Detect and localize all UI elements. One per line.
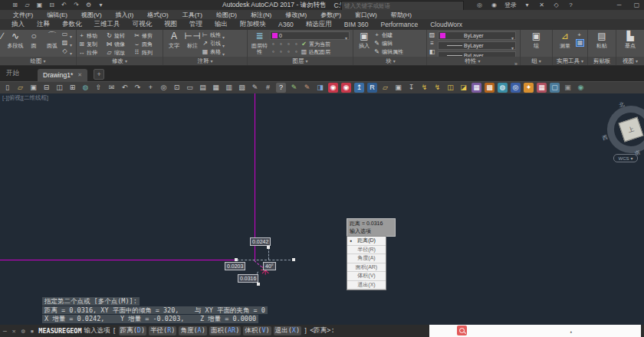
- option-menu-item[interactable]: 体积(V): [347, 272, 386, 281]
- option-menu-item[interactable]: 退出(X): [347, 281, 386, 290]
- revit-icon[interactable]: R: [367, 83, 377, 93]
- dynamic-input-delta-x[interactable]: 0.0242: [250, 237, 271, 246]
- quickcalc-icon[interactable]: #: [263, 83, 273, 93]
- panel-label-groups[interactable]: 组: [521, 57, 552, 65]
- open-cloud-icon[interactable]: ▱: [380, 83, 390, 93]
- command-bar[interactable]: ─✕⚙▪ MEASUREGEOM 输入选项 [ 距离(D)半径(R)角度(A)面…: [0, 325, 644, 337]
- block-small-button[interactable]: ✎ 编辑属性: [373, 48, 403, 56]
- fit-icon[interactable]: ▣: [563, 83, 573, 93]
- command-option[interactable]: 角度(A): [179, 326, 206, 335]
- record-action-icon[interactable]: ◉: [328, 83, 338, 93]
- menu-item[interactable]: 修改(M): [278, 11, 314, 19]
- a360-share-icon[interactable]: ◇: [552, 1, 560, 9]
- menu-item[interactable]: 编辑(E): [40, 11, 74, 19]
- modify-tool-button[interactable]: ✂ 修剪: [133, 31, 161, 40]
- ribbon-tab[interactable]: CloudWorx: [424, 21, 468, 28]
- edit-xref-icon[interactable]: ✎: [302, 83, 312, 93]
- layer-isolate-icon[interactable]: ◦: [278, 49, 284, 55]
- ribbon-tab[interactable]: 三维工具: [88, 20, 127, 29]
- clip-bolt-icon[interactable]: ↯: [419, 83, 429, 93]
- search-input[interactable]: [342, 2, 463, 9]
- menu-item[interactable]: 工具(T): [176, 11, 209, 19]
- dynamic-input-delta-y[interactable]: 0.0203: [225, 262, 245, 270]
- cmd-prompt-icon[interactable]: ▪: [30, 328, 34, 335]
- render-icon[interactable]: ◨: [315, 83, 325, 93]
- panel-label-view[interactable]: 视图: [616, 57, 644, 65]
- section-alt-icon[interactable]: ◪: [458, 83, 468, 93]
- group-button[interactable]: ▣ 组: [527, 31, 546, 57]
- plot-icon[interactable]: ⊞: [67, 83, 77, 93]
- qat-dropdown-icon[interactable]: ▾: [97, 1, 105, 9]
- designcenter-icon[interactable]: ▦: [211, 83, 221, 93]
- cloud-upload-icon[interactable]: ↥: [354, 83, 364, 93]
- panel-label-annotate[interactable]: 注释: [163, 57, 247, 65]
- menu-item[interactable]: 帮助(H): [384, 11, 419, 19]
- panel-label-layers[interactable]: 图层: [248, 57, 353, 65]
- draw-extra-button[interactable]: ◇: [61, 47, 72, 55]
- line-button[interactable]: ∕: [0, 31, 6, 57]
- modify-tool-button[interactable]: ↔ 拉伸: [78, 48, 106, 57]
- redo-icon[interactable]: ↷: [72, 1, 80, 9]
- wcs-button[interactable]: WCS: [613, 154, 638, 162]
- print-icon[interactable]: ⊟: [48, 1, 56, 9]
- ribbon-tab[interactable]: 附加模块: [234, 20, 272, 29]
- command-option[interactable]: 距离(D): [119, 326, 146, 335]
- layer-properties-button[interactable]: ≣ 图层特性: [249, 31, 270, 57]
- save-icon[interactable]: ▣: [28, 83, 38, 93]
- spark-icon[interactable]: ✦: [524, 83, 534, 93]
- panel-label-utilities[interactable]: 实用工具: [553, 57, 587, 65]
- section-icon[interactable]: ◫: [445, 83, 455, 93]
- display-settings-icon[interactable]: ▦: [472, 83, 481, 93]
- draw-tool-button[interactable]: ○ 圆: [25, 31, 43, 57]
- basepoint-button[interactable]: ▙ 基点: [621, 31, 639, 57]
- magnifier-icon[interactable]: [457, 326, 467, 335]
- workspace-icon[interactable]: ⚙: [84, 1, 93, 9]
- save-cloud-icon[interactable]: ▣: [393, 83, 403, 93]
- zoom-window-icon[interactable]: ⊡: [172, 83, 182, 93]
- swatch-icon[interactable]: ▦: [537, 83, 547, 93]
- draw-tool-button[interactable]: ⌒ 圆弧: [43, 31, 61, 57]
- ribbon-tab[interactable]: 可视化: [127, 20, 159, 29]
- tool-palettes-icon[interactable]: ▥: [224, 83, 234, 93]
- ribbon-tab[interactable]: A360: [272, 21, 300, 28]
- set-current-layer-button[interactable]: ✔ 置为当前: [301, 41, 330, 48]
- minimize-button[interactable]: ─: [615, 1, 623, 9]
- unclip-bolt-icon[interactable]: ↯: [432, 83, 442, 93]
- modify-tool-button[interactable]: ▱ 缩放: [106, 48, 133, 57]
- dynamic-input-angle[interactable]: 40°: [263, 262, 276, 270]
- annotate-tool-button[interactable]: ⊢⊣ 标注: [183, 31, 202, 57]
- cube-icon[interactable]: ▢: [550, 83, 560, 93]
- zoom-realtime-icon[interactable]: ◎: [159, 83, 169, 93]
- panel-label-modify[interactable]: 修改: [77, 57, 163, 65]
- annotate-small-button[interactable]: ⊢ 线性: [202, 31, 225, 39]
- layer-combo[interactable]: 0: [270, 31, 350, 40]
- insert-block-button[interactable]: ▣ 插入: [355, 31, 373, 57]
- command-option[interactable]: 退出(X): [274, 326, 301, 335]
- drawing-tab[interactable]: Drawing1* ✕: [38, 69, 87, 81]
- maximize-button[interactable]: ▢: [632, 1, 641, 9]
- quick-select-icon[interactable]: ▦: [576, 39, 584, 47]
- edit-block-icon[interactable]: ✎: [289, 83, 299, 93]
- ribbon-tab[interactable]: 插入: [5, 20, 31, 29]
- publish-icon[interactable]: ◍: [80, 83, 90, 93]
- bylayer-combo[interactable]: ByLayer: [438, 41, 516, 50]
- modify-tool-button[interactable]: ⌣ 圆角: [133, 40, 161, 48]
- id-point-icon[interactable]: +: [576, 32, 583, 38]
- ribbon-tab[interactable]: 注释: [31, 20, 56, 29]
- ribbon-tab[interactable]: Performance: [375, 21, 425, 28]
- dynamic-input-distance[interactable]: 0.0316: [238, 274, 258, 283]
- drawing-canvas[interactable]: [-][俯视][二维线框] 0.0242 0.0203 40° 0.0316 距…: [0, 93, 644, 325]
- print-icon[interactable]: ⊟: [41, 83, 51, 93]
- command-line[interactable]: MEASUREGEOM 输入选项 [ 距离(D)半径(R)角度(A)面积(AR)…: [38, 326, 334, 335]
- sheetset-icon[interactable]: ▧: [237, 83, 247, 93]
- binoculars-search-icon[interactable]: ◎: [475, 1, 484, 9]
- undo-icon[interactable]: ↶: [120, 83, 130, 93]
- start-tab[interactable]: 开始: [0, 69, 27, 81]
- menu-item[interactable]: 绘图(D): [209, 11, 244, 19]
- modify-tool-button[interactable]: + 移动: [78, 31, 106, 40]
- menu-item[interactable]: 窗口(W): [348, 11, 384, 19]
- ribbon-tab[interactable]: 默认: [0, 20, 5, 29]
- modify-tool-button[interactable]: ⠿ 阵列: [133, 48, 161, 57]
- viewport-controls[interactable]: [-][俯视][二维线框]: [2, 94, 48, 102]
- web-icon[interactable]: ◎: [511, 83, 521, 93]
